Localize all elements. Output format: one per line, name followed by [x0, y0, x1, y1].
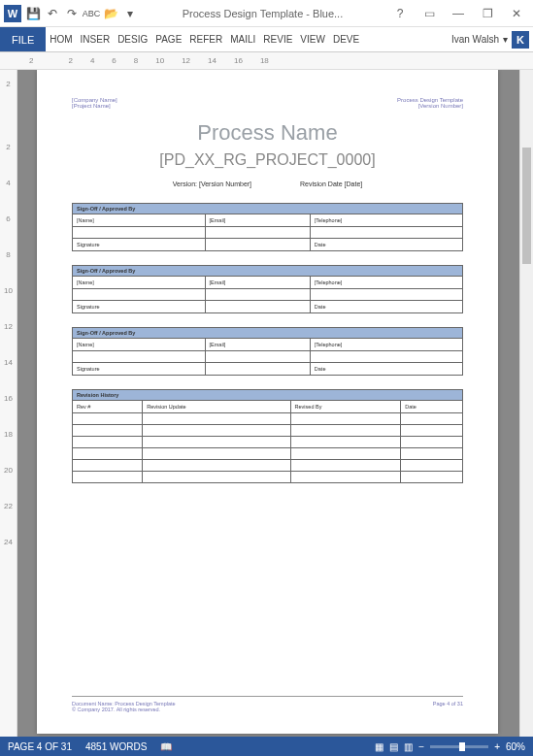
signoff-header: Sign-Off / Approved By	[73, 204, 463, 214]
title-bar: W 💾 ↶ ↷ ABC 📂 ▾ Process Design Template …	[0, 0, 533, 27]
tab-references[interactable]: REFER	[185, 27, 226, 51]
page[interactable]: [Company Name] [Project Name] Process De…	[37, 70, 498, 734]
zoom-in-icon[interactable]: +	[494, 741, 500, 752]
undo-icon[interactable]: ↶	[45, 6, 60, 21]
scrollbar-vertical[interactable]	[519, 70, 533, 737]
zoom-out-icon[interactable]: −	[418, 741, 424, 752]
tab-home[interactable]: HOM	[46, 27, 76, 51]
header-project: [Project Name]	[72, 103, 117, 109]
ribbon-display-icon[interactable]: ▭	[416, 4, 442, 23]
tab-page-layout[interactable]: PAGE	[151, 27, 185, 51]
ruler-vertical[interactable]: 2 2 4 6 8 10 12 14 16 18 20 22 24	[0, 70, 17, 737]
restore-icon[interactable]: ❐	[475, 4, 500, 23]
window-controls: ? ▭ — ❐ ✕	[387, 4, 529, 23]
tab-mailings[interactable]: MAILI	[226, 27, 259, 51]
save-icon[interactable]: 💾	[25, 6, 41, 21]
tab-design[interactable]: DESIG	[114, 27, 151, 51]
redo-icon[interactable]: ↷	[64, 6, 80, 21]
tab-review[interactable]: REVIE	[259, 27, 296, 51]
window-title: Process Design Template - Blue...	[138, 8, 387, 19]
signoff-table-3: Sign-Off / Approved By [Name][Email][Tel…	[72, 327, 463, 376]
read-mode-icon[interactable]: ▦	[375, 741, 383, 752]
user-name: Ivan Walsh	[451, 34, 499, 45]
tab-insert[interactable]: INSER	[77, 27, 115, 51]
status-bar: PAGE 4 OF 31 4851 WORDS 📖 ▦ ▤ ▥ − + 60%	[0, 737, 533, 756]
ruler-horizontal[interactable]: 2 2 4 6 8 10 12 14 16 18	[0, 52, 533, 70]
header-version: [Version Number]	[397, 103, 463, 109]
web-layout-icon[interactable]: ▥	[404, 741, 413, 752]
footer-page: Page 4 of 31	[433, 701, 463, 712]
print-layout-icon[interactable]: ▤	[389, 741, 398, 752]
zoom-slider[interactable]	[430, 745, 488, 748]
proofing-icon[interactable]: 📖	[160, 741, 172, 752]
doc-meta: Version: [Version Number] Revision Date …	[72, 181, 463, 187]
chevron-down-icon: ▾	[503, 34, 508, 45]
signoff-table-2: Sign-Off / Approved By [Name][Email][Tel…	[72, 265, 463, 313]
doc-subtitle: [PD_XX_RG_PROJECT_0000]	[72, 151, 463, 169]
avatar: K	[512, 31, 529, 49]
file-tab[interactable]: FILE	[0, 27, 46, 51]
status-page[interactable]: PAGE 4 OF 31	[8, 741, 72, 752]
zoom-level[interactable]: 60%	[506, 741, 525, 752]
revision-history-table: Revision History Rev #Revision UpdateRev…	[72, 389, 463, 483]
quick-access-toolbar: 💾 ↶ ↷ ABC 📂 ▾	[25, 6, 138, 21]
footer-copyright: © Company 2017. All rights reserved.	[72, 707, 176, 712]
word-icon: W	[4, 5, 21, 22]
meta-revision: Revision Date [Date]	[300, 181, 362, 187]
ribbon: FILE HOM INSER DESIG PAGE REFER MAILI RE…	[0, 27, 533, 52]
minimize-icon[interactable]: —	[446, 4, 471, 23]
signoff-table-1: Sign-Off / Approved By [Name][Email][Tel…	[72, 203, 463, 251]
scrollbar-thumb[interactable]	[522, 148, 531, 264]
tab-view[interactable]: VIEW	[296, 27, 329, 51]
page-footer: Document Name: Process Design Template ©…	[72, 696, 463, 712]
spellcheck-icon[interactable]: ABC	[83, 6, 99, 21]
open-icon[interactable]: 📂	[103, 6, 118, 21]
page-header: [Company Name] [Project Name] Process De…	[72, 97, 463, 109]
doc-title: Process Name	[72, 120, 463, 146]
tab-developer[interactable]: DEVE	[329, 27, 363, 51]
help-icon[interactable]: ?	[387, 4, 413, 23]
user-account[interactable]: Ivan Walsh ▾ K	[451, 27, 533, 51]
qat-dropdown-icon[interactable]: ▾	[122, 6, 138, 21]
document-area[interactable]: [Company Name] [Project Name] Process De…	[17, 70, 519, 737]
close-icon[interactable]: ✕	[504, 4, 529, 23]
status-words[interactable]: 4851 WORDS	[85, 741, 147, 752]
view-controls: ▦ ▤ ▥ − + 60%	[375, 741, 525, 752]
ribbon-tabs: HOM INSER DESIG PAGE REFER MAILI REVIE V…	[46, 27, 363, 51]
meta-version: Version: [Version Number]	[173, 181, 251, 187]
